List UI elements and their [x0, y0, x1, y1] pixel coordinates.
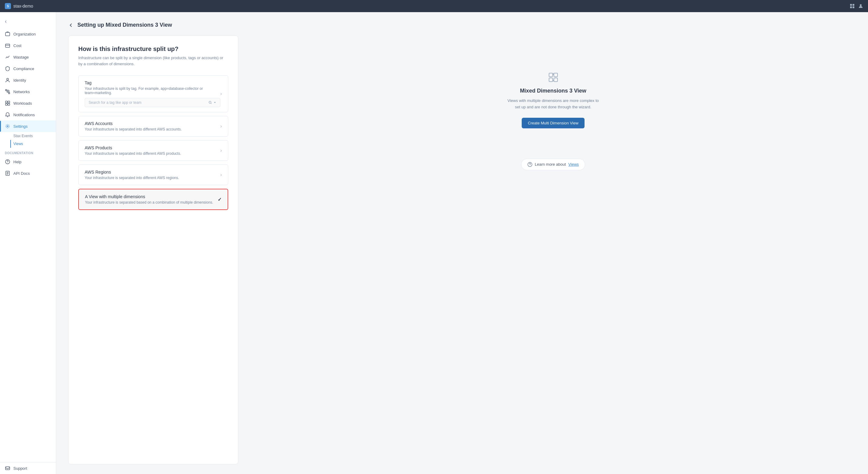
option-tag-title: Tag — [85, 81, 220, 85]
sidebar-sub-menu: Stax Events Views — [0, 132, 56, 148]
app-logo: S — [5, 3, 11, 9]
option-aws-accounts[interactable]: AWS Accounts Your infrastructure is sepa… — [78, 116, 228, 136]
create-multi-dimension-button[interactable]: Create Multi Dimension View — [522, 118, 585, 128]
option-aws-regions-title: AWS Regions — [85, 170, 220, 175]
sidebar-sub-stax-events[interactable]: Stax Events — [13, 132, 56, 140]
svg-point-4 — [860, 4, 862, 6]
option-tag-arrow: › — [220, 91, 222, 96]
sidebar-item-organization[interactable]: Organization — [0, 28, 56, 40]
svg-rect-13 — [5, 103, 7, 105]
compliance-icon — [5, 66, 10, 71]
workloads-icon — [5, 100, 10, 106]
sidebar-item-label: Workloads — [13, 101, 32, 105]
svg-point-15 — [7, 126, 8, 127]
wizard-title: How is this infrastructure split up? — [78, 45, 228, 53]
option-multiple-dimensions-desc: Your infrastructure is separated based o… — [85, 200, 218, 204]
sidebar-item-label: Notifications — [13, 113, 35, 117]
sidebar-item-help[interactable]: Help — [0, 156, 56, 167]
back-button[interactable] — [68, 23, 74, 28]
tag-search-placeholder: Search for a tag like app or team — [89, 100, 142, 105]
user-icon[interactable] — [858, 4, 863, 8]
wizard-subtitle: Infrastructure can be split by a single … — [78, 55, 228, 67]
option-aws-products-title: AWS Products — [85, 145, 220, 150]
page-header: Setting up Mixed Dimensions 3 View — [68, 22, 856, 28]
app-name: stax-demo — [13, 4, 33, 8]
svg-rect-0 — [850, 4, 852, 6]
option-aws-products-content: AWS Products Your infrastructure is sepa… — [85, 145, 220, 156]
svg-rect-2 — [850, 6, 852, 8]
sidebar-item-label: Wastage — [13, 55, 29, 60]
sidebar-sub-views[interactable]: Views — [10, 140, 56, 148]
option-multiple-dimensions-check: ✓ — [218, 197, 222, 202]
info-card-title: Mixed Dimensions 3 View — [520, 88, 586, 94]
svg-rect-25 — [549, 78, 553, 82]
sidebar-item-label: API Docs — [13, 171, 30, 176]
svg-rect-5 — [5, 32, 10, 36]
sidebar-item-label: Settings — [13, 124, 28, 129]
cost-icon — [5, 43, 10, 48]
sidebar-item-label: Help — [13, 160, 22, 164]
content-area: How is this infrastructure split up? Inf… — [68, 35, 856, 464]
option-aws-regions-content: AWS Regions Your infrastructure is separ… — [85, 170, 220, 180]
svg-rect-6 — [5, 44, 10, 48]
wizard-panel: How is this infrastructure split up? Inf… — [68, 35, 238, 464]
sidebar-back-button[interactable]: ‹ — [0, 14, 56, 28]
svg-rect-9 — [7, 91, 8, 92]
sidebar-item-label: Compliance — [13, 66, 34, 71]
svg-rect-11 — [5, 101, 7, 103]
option-aws-regions-desc: Your infrastructure is separated into di… — [85, 176, 220, 180]
svg-rect-23 — [549, 73, 553, 77]
sidebar-item-identity[interactable]: Identity — [0, 74, 56, 86]
option-aws-products-arrow: › — [220, 148, 222, 153]
sidebar-item-compliance[interactable]: Compliance — [0, 63, 56, 74]
sidebar-doc-section-label: DOCUMENTATION — [0, 148, 56, 156]
option-multiple-dimensions-content: A View with multiple dimensions Your inf… — [85, 194, 218, 204]
svg-rect-3 — [852, 6, 854, 8]
org-icon — [5, 31, 10, 37]
option-tag[interactable]: Tag Your infrastructure is split by tag.… — [78, 75, 228, 112]
sidebar-item-label: Identity — [13, 78, 26, 83]
tag-search-box[interactable]: Search for a tag like app or team — [85, 98, 220, 107]
main-content: Setting up Mixed Dimensions 3 View How i… — [56, 12, 868, 474]
learn-more-pill[interactable]: Learn more about Views — [521, 159, 585, 170]
wastage-icon — [5, 54, 10, 60]
sidebar-item-notifications[interactable]: Notifications — [0, 109, 56, 121]
topbar: S stax-demo — [0, 0, 868, 12]
sidebar: ‹ Organization Cost Wastage — [0, 12, 56, 474]
option-aws-accounts-arrow: › — [220, 124, 222, 129]
page-title: Setting up Mixed Dimensions 3 View — [78, 22, 172, 28]
sidebar-item-wastage[interactable]: Wastage — [0, 51, 56, 63]
svg-rect-12 — [8, 101, 10, 103]
support-icon — [5, 466, 10, 471]
svg-point-22 — [209, 101, 211, 103]
mixed-dimensions-icon — [548, 72, 559, 83]
option-aws-regions[interactable]: AWS Regions Your infrastructure is separ… — [78, 164, 228, 185]
option-tag-content: Tag Your infrastructure is split by tag.… — [85, 81, 220, 107]
learn-more-link[interactable]: Views — [568, 162, 579, 167]
option-multiple-dimensions[interactable]: A View with multiple dimensions Your inf… — [78, 189, 228, 210]
identity-icon — [5, 77, 10, 83]
option-aws-products[interactable]: AWS Products Your infrastructure is sepa… — [78, 140, 228, 161]
settings-search-icon — [209, 101, 216, 104]
learn-more-text: Learn more about — [535, 162, 566, 167]
option-aws-products-desc: Your infrastructure is separated into di… — [85, 151, 220, 156]
sidebar-item-cost[interactable]: Cost — [0, 40, 56, 51]
sidebar-item-label: Organization — [13, 32, 36, 36]
svg-rect-1 — [852, 4, 854, 6]
sidebar-item-support[interactable]: Support — [0, 463, 56, 474]
grid-icon[interactable] — [850, 4, 855, 8]
topbar-right — [850, 4, 863, 8]
svg-point-7 — [7, 78, 8, 80]
sidebar-item-label: Cost — [13, 43, 22, 48]
sidebar-bottom: Support — [0, 462, 56, 474]
info-card-text: Views with multiple dimensions are more … — [506, 98, 600, 110]
svg-rect-10 — [8, 93, 10, 94]
sidebar-item-settings[interactable]: Settings — [0, 121, 56, 132]
sidebar-item-workloads[interactable]: Workloads — [0, 97, 56, 109]
option-aws-accounts-content: AWS Accounts Your infrastructure is sepa… — [85, 121, 220, 131]
sidebar-item-api-docs[interactable]: API Docs — [0, 167, 56, 179]
option-aws-accounts-title: AWS Accounts — [85, 121, 220, 126]
notifications-icon — [5, 112, 10, 118]
option-tag-desc: Your infrastructure is split by tag. For… — [85, 87, 220, 95]
sidebar-item-networks[interactable]: Networks — [0, 86, 56, 97]
